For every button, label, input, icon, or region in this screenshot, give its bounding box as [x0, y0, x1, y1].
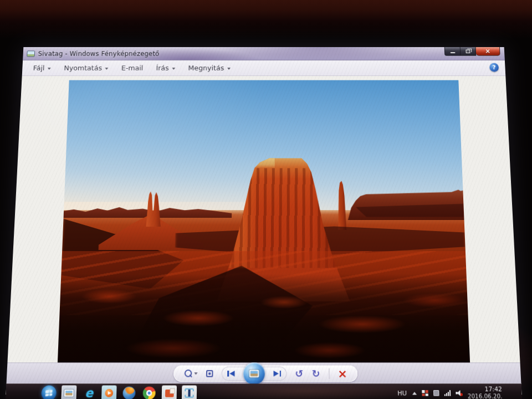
next-button[interactable]: [273, 367, 281, 381]
chevron-down-icon: [172, 68, 176, 70]
window-title: Sivatag - Windows Fényképnézegető: [38, 50, 159, 57]
windows-logo-icon: [45, 390, 53, 396]
clock-date: 2016.06.20.: [468, 393, 503, 399]
action-center-flag-icon[interactable]: [422, 390, 428, 396]
start-button[interactable]: [41, 385, 57, 399]
previous-button[interactable]: [227, 367, 236, 381]
media-player-icon: [105, 389, 113, 397]
capture-tool-icon: [185, 388, 194, 398]
photo-foreground-mottle: [58, 263, 470, 362]
volume-muted-icon[interactable]: [456, 390, 463, 396]
delete-icon: ×: [337, 368, 347, 380]
close-button[interactable]: ×: [476, 47, 500, 56]
viewer-controls: ↺ ↻ ×: [173, 365, 358, 382]
taskbar-apps: e: [41, 385, 197, 399]
delete-button[interactable]: ×: [337, 365, 347, 382]
chevron-down-icon: [227, 68, 231, 70]
taskbar-internet-explorer[interactable]: e: [81, 385, 97, 399]
desert-photo: [58, 80, 470, 362]
chevron-down-icon: [48, 68, 51, 70]
rotate-cw-icon: ↻: [312, 369, 320, 378]
minimize-button[interactable]: [444, 47, 461, 56]
photo-viewer-window-icon: [27, 50, 35, 57]
taskbar-capture-tool[interactable]: [182, 385, 197, 399]
rotate-ccw-icon: ↺: [295, 369, 304, 378]
minimize-icon: [450, 52, 455, 53]
taskbar: e HU: [6, 383, 522, 399]
firefox-icon: [122, 387, 135, 399]
chevron-down-icon: [105, 68, 109, 70]
monitor-screen: Sivatag - Windows Fényképnézegető × Fájl…: [6, 47, 522, 399]
toolbar-divider: [329, 369, 329, 379]
chrome-icon: [143, 387, 156, 399]
rotate-clockwise-button[interactable]: ↻: [312, 365, 320, 382]
taskbar-chrome[interactable]: [141, 385, 157, 399]
menu-megnyitas[interactable]: Megnyitás: [182, 60, 237, 75]
system-tray: HU 17:42 2016.06.20.: [397, 386, 522, 399]
chevron-down-icon: [194, 372, 197, 375]
taskbar-photo-viewer[interactable]: [61, 385, 76, 399]
clock-time: 17:42: [484, 386, 502, 393]
network-signal-icon[interactable]: [444, 390, 451, 396]
taskbar-firefox[interactable]: [121, 385, 137, 399]
powerpoint-icon: [165, 389, 173, 397]
help-icon[interactable]: ?: [489, 63, 499, 72]
navigation-group: [222, 367, 287, 381]
actual-size-button[interactable]: [206, 365, 213, 382]
window-controls: ×: [444, 47, 500, 56]
taskbar-powerpoint[interactable]: [162, 385, 177, 399]
rotate-counterclockwise-button[interactable]: ↺: [295, 365, 304, 382]
language-indicator[interactable]: HU: [397, 389, 407, 397]
photo-viewer-icon: [64, 389, 74, 397]
close-icon: ×: [485, 47, 490, 55]
window-titlebar[interactable]: Sivatag - Windows Fényképnézegető ×: [23, 47, 505, 60]
restore-button[interactable]: [461, 47, 477, 56]
play-slideshow-button[interactable]: [243, 362, 265, 385]
previous-icon: [227, 371, 235, 377]
viewer-toolbar: ↺ ↻ ×: [7, 362, 521, 383]
taskbar-clock[interactable]: 17:42 2016.06.20.: [467, 386, 503, 399]
slideshow-icon: [249, 370, 259, 377]
room-background-top: [0, 0, 532, 39]
internet-explorer-icon: e: [85, 387, 94, 399]
zoom-button[interactable]: [184, 365, 198, 382]
taskbar-media-player[interactable]: [101, 385, 117, 399]
actual-size-icon: [206, 370, 213, 377]
magnifier-icon: [184, 370, 192, 378]
menu-email[interactable]: E-mail: [115, 60, 150, 75]
photographed-monitor-scene: Sivatag - Windows Fényképnézegető × Fájl…: [0, 0, 532, 399]
menubar: Fájl Nyomtatás E-mail Írás Megnyitás ?: [22, 60, 506, 76]
restore-icon: [466, 49, 470, 53]
next-icon: [273, 371, 281, 377]
menu-fajl[interactable]: Fájl: [26, 60, 58, 75]
hidden-icons-arrow-icon[interactable]: [412, 392, 416, 395]
viewer-client-area: [7, 76, 520, 362]
menu-iras[interactable]: Írás: [150, 60, 182, 75]
menu-nyomtatas[interactable]: Nyomtatás: [57, 60, 115, 75]
tray-app-icon[interactable]: [433, 390, 439, 396]
